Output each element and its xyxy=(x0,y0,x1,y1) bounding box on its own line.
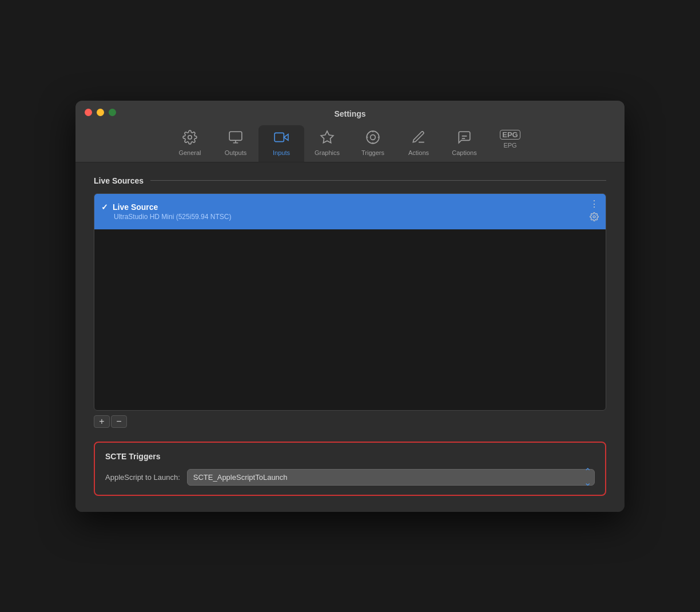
actions-icon xyxy=(411,130,426,147)
maximize-button[interactable] xyxy=(109,109,116,116)
window-title: Settings xyxy=(85,109,615,118)
source-dots-icon[interactable]: ⋮ xyxy=(590,200,599,209)
svg-point-6 xyxy=(367,131,379,144)
svg-rect-1 xyxy=(229,132,242,140)
content-area: Live Sources ✓ Live Source UltraStudio H… xyxy=(75,162,625,512)
applescript-select[interactable]: SCTE_AppleScriptToLaunch None xyxy=(187,469,595,486)
scte-select-wrap: SCTE_AppleScriptToLaunch None ⌃⌄ xyxy=(187,469,595,486)
add-source-button[interactable]: + xyxy=(94,415,110,428)
list-controls: + − xyxy=(94,415,606,428)
titlebar: Settings General xyxy=(75,101,625,162)
scte-triggers-section: SCTE Triggers AppleScript to Launch: SCT… xyxy=(94,442,606,496)
section-divider xyxy=(150,180,606,181)
svg-marker-5 xyxy=(321,131,333,143)
svg-point-14 xyxy=(593,216,595,218)
scte-row: AppleScript to Launch: SCTE_AppleScriptT… xyxy=(105,469,595,486)
tab-graphics-label: Graphics xyxy=(315,149,340,156)
scte-label: AppleScript to Launch: xyxy=(105,473,180,482)
source-name: Live Source xyxy=(113,202,158,212)
tabs-bar: General Outputs xyxy=(85,125,615,162)
tab-outputs[interactable]: Outputs xyxy=(213,125,258,162)
remove-source-button[interactable]: − xyxy=(111,415,127,428)
tab-triggers-label: Triggers xyxy=(361,149,384,156)
tab-captions-label: Captions xyxy=(452,149,476,156)
scte-title: SCTE Triggers xyxy=(105,452,595,461)
settings-window: Settings General xyxy=(75,101,625,512)
tab-inputs[interactable]: Inputs xyxy=(258,125,304,162)
source-item-inner: ✓ Live Source UltraStudio HD Mini (525i5… xyxy=(101,202,590,221)
source-gear-icon[interactable] xyxy=(590,212,599,224)
tab-epg[interactable]: EPG EPG xyxy=(487,125,533,162)
sources-list: ✓ Live Source UltraStudio HD Mini (525i5… xyxy=(94,193,606,411)
svg-rect-4 xyxy=(275,133,284,141)
tab-captions[interactable]: Captions xyxy=(442,125,487,162)
source-check-icon: ✓ xyxy=(101,202,108,212)
tab-general-label: General xyxy=(178,149,201,156)
inputs-icon xyxy=(274,130,289,147)
epg-icon: EPG xyxy=(500,130,520,140)
tab-outputs-label: Outputs xyxy=(225,149,247,156)
outputs-icon xyxy=(228,130,243,147)
tab-epg-label: EPG xyxy=(503,142,516,149)
graphics-icon xyxy=(320,130,335,147)
tab-actions[interactable]: Actions xyxy=(396,125,442,162)
source-sub: UltraStudio HD Mini (525i59.94 NTSC) xyxy=(101,213,590,221)
tab-triggers[interactable]: Triggers xyxy=(350,125,396,162)
svg-point-0 xyxy=(188,135,192,139)
list-item[interactable]: ✓ Live Source UltraStudio HD Mini (525i5… xyxy=(94,194,606,229)
captions-icon xyxy=(457,130,472,147)
tab-inputs-label: Inputs xyxy=(273,149,290,156)
source-actions: ⋮ xyxy=(590,200,599,224)
tab-graphics[interactable]: Graphics xyxy=(304,125,350,162)
live-sources-title: Live Sources xyxy=(94,176,144,185)
svg-point-7 xyxy=(371,134,376,140)
live-sources-header: Live Sources xyxy=(94,176,606,185)
tab-actions-label: Actions xyxy=(408,149,429,156)
triggers-icon xyxy=(365,130,380,147)
tab-general[interactable]: General xyxy=(167,125,213,162)
general-icon xyxy=(182,130,197,147)
